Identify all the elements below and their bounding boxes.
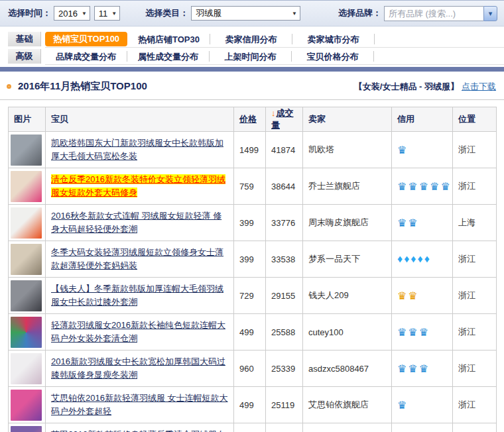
seller-cell: 周末嗨皮旗舰店 (303, 205, 392, 241)
product-title-link[interactable]: 凯欧塔韩国东大门新款羽绒服女中长款韩版加厚大毛领大码宽松冬装 (51, 138, 223, 161)
credit-cell: ♦♦♦♦♦ (392, 241, 453, 278)
location-cell: 浙江 (453, 314, 497, 351)
product-thumbnail[interactable] (11, 280, 42, 311)
product-thumbnail[interactable] (11, 317, 42, 348)
page-title: 2016年11月热销宝贝TOP100 (18, 80, 354, 93)
gold-crown-icon: ♛♛ (397, 290, 419, 301)
sort-link-2[interactable]: 价格 (239, 114, 257, 124)
year-select[interactable]: 2016 ▼ (54, 6, 90, 21)
advanced-tab-row: 高级 品牌成交量分布属性成交量分布上架时间分布宝贝价格分布 (8, 48, 504, 65)
title-cell: 清仓反季2016新款冬装特价女装立领轻薄羽绒服女短款外套大码修身 (46, 168, 234, 205)
table-row: 苒田2016新款韩版修身轻薄反季清仓羽绒服女短款连♛♛ (9, 423, 497, 432)
tab-advanced-0[interactable]: 品牌成交量分布 (45, 51, 127, 62)
price-cell: 759 (234, 168, 266, 205)
tab-group-basic[interactable]: 基础 (8, 32, 41, 46)
title-cell: 苒田2016新款韩版修身轻薄反季清仓羽绒服女短款连 (46, 423, 234, 432)
product-thumbnail[interactable] (11, 353, 42, 384)
price-cell: 399 (234, 205, 266, 241)
table-row: 艾思铂依2016新款轻薄羽绒服 女士连帽短款大码户外外套超轻49925119艾思… (9, 387, 497, 423)
brand-search-input[interactable] (384, 6, 483, 21)
price-cell (234, 423, 266, 432)
thumbnail-cell (9, 387, 46, 423)
product-thumbnail[interactable] (11, 135, 42, 166)
title-cell: 凯欧塔韩国东大门新款羽绒服女中长款韩版加厚大毛领大码宽松冬装 (46, 132, 234, 168)
thumbnail-cell (9, 205, 46, 241)
product-title-link[interactable]: 冬季大码女装轻薄羽绒服短款立领修身女士薄款超薄轻便外套妈妈装 (51, 247, 223, 270)
seller-cell: cutey100 (303, 314, 392, 351)
product-thumbnail[interactable] (11, 426, 42, 432)
tab-advanced-2[interactable]: 上架时间分布 (210, 51, 292, 62)
tab-advanced-1[interactable]: 属性成交量分布 (127, 51, 210, 62)
tab-advanced-3[interactable]: 宝贝价格分布 (292, 51, 374, 62)
table-row: 轻薄款羽绒服女2016新款长袖纯色短款连帽大码户外女装外套清仓潮49925588… (9, 314, 497, 351)
section-header: 2016年11月热销宝贝TOP100 【女装/女士精品 - 羽绒服】 点击下载 (0, 72, 504, 100)
seller-cell: 艾思铂依旗舰店 (303, 387, 392, 423)
month-select-value: 11 (99, 9, 108, 19)
product-thumbnail[interactable] (11, 244, 42, 275)
category-breadcrumb: 【女装/女士精品 - 羽绒服】 (354, 81, 459, 93)
seller-cell: 梦系一品天下 (303, 241, 392, 278)
product-title-link[interactable]: 2016秋冬新款女式连帽 羽绒服女短款轻薄 修身大码超轻轻便外套潮 (51, 211, 221, 234)
thumbnail-cell (9, 314, 46, 351)
table-row: 凯欧塔韩国东大门新款羽绒服女中长款韩版加厚大毛领大码宽松冬装149941874凯… (9, 132, 497, 168)
thumbnail-cell (9, 423, 46, 432)
chevron-down-icon: ▾ (489, 10, 493, 17)
title-cell: 轻薄款羽绒服女2016新款长袖纯色短款连帽大码户外女装外套清仓潮 (46, 314, 234, 351)
tab-basic-2[interactable]: 卖家信用分布 (210, 34, 292, 44)
brand-dropdown-button[interactable]: ▾ (483, 6, 497, 21)
product-thumbnail[interactable] (11, 207, 42, 239)
product-title-link[interactable]: 艾思铂依2016新款轻薄羽绒服 女士连帽短款大码户外外套超轻 (51, 393, 228, 416)
table-row: 【钱夫人】冬季新款韩版加厚连帽大毛领羽绒服女中长款过膝外套潮72929155钱夫… (9, 278, 497, 314)
column-header-3: ↓成交量 (266, 107, 303, 132)
column-header-0: 图片 (9, 107, 46, 132)
volume-cell: 38644 (266, 168, 303, 205)
volume-cell: 29155 (266, 278, 303, 314)
product-title-link[interactable]: 苒田2016新款韩版修身轻薄反季清仓羽绒服女短款连 (51, 429, 225, 432)
product-title-link[interactable]: 清仓反季2016新款冬装特价女装立领轻薄羽绒服女短款外套大码修身 (51, 174, 225, 197)
tab-basic-0[interactable]: 热销宝贝TOP100 (45, 32, 127, 46)
tab-group-advanced[interactable]: 高级 (8, 49, 41, 64)
product-thumbnail[interactable] (11, 171, 42, 202)
seller-cell: 乔士兰旗舰店 (303, 168, 392, 205)
volume-cell: 25119 (266, 387, 303, 423)
month-select[interactable]: 11 ▼ (94, 6, 120, 21)
product-title-link[interactable]: 轻薄款羽绒服女2016新款长袖纯色短款连帽大码户外女装外套清仓潮 (51, 320, 225, 343)
price-cell: 499 (234, 387, 266, 423)
filter-bar: 选择时间： 2016 ▼ 11 ▼ 选择类目： 羽绒服 ▼ 选择品牌： ▾ (0, 0, 504, 27)
credit-cell: ♛ (392, 387, 453, 423)
credit-cell: ♛♛ (392, 205, 453, 241)
category-select[interactable]: 羽绒服 ▼ (191, 6, 300, 21)
year-select-value: 2016 (58, 9, 78, 19)
location-cell: 浙江 (453, 351, 497, 387)
tab-navigation: 基础 热销宝贝TOP100热销店铺TOP30卖家信用分布卖家城市分布 高级 品牌… (0, 27, 504, 65)
brand-combobox: ▾ (384, 6, 497, 21)
sort-desc-icon: ↓ (271, 108, 276, 118)
column-header-2: 价格 (234, 107, 266, 132)
bullet-icon (7, 84, 11, 89)
product-title-link[interactable]: 【钱夫人】冬季新款韩版加厚连帽大毛领羽绒服女中长款过膝外套潮 (51, 284, 223, 307)
category-filter-label: 选择类目： (145, 7, 188, 19)
download-link[interactable]: 点击下载 (462, 81, 496, 93)
tab-basic-1[interactable]: 热销店铺TOP30 (128, 34, 210, 44)
credit-cell: ♛♛ (392, 278, 453, 314)
location-cell: 浙江 (453, 168, 497, 205)
blue-crown-icon: ♛♛♛ (397, 363, 430, 374)
thumbnail-cell (9, 241, 46, 278)
seller-cell: 钱夫人209 (303, 278, 392, 314)
product-title-link[interactable]: 2016新款羽绒服女中长款宽松加厚韩国大码过膝韩版修身显瘦冬装潮 (51, 356, 225, 380)
product-thumbnail[interactable] (11, 390, 42, 421)
thumbnail-cell (9, 168, 46, 205)
title-cell: 2016秋冬新款女式连帽 羽绒服女短款轻薄 修身大码超轻轻便外套潮 (46, 205, 234, 241)
price-cell: 960 (234, 351, 266, 387)
title-cell: 艾思铂依2016新款轻薄羽绒服 女士连帽短款大码户外外套超轻 (46, 387, 234, 423)
column-header-6: 位置 (453, 107, 497, 132)
volume-cell: 33776 (266, 205, 303, 241)
blue-crown-icon: ♛♛♛ (397, 327, 430, 338)
tab-basic-3[interactable]: 卖家城市分布 (292, 34, 375, 44)
location-cell: 浙江 (453, 241, 497, 278)
blue-crown-icon: ♛♛ (397, 217, 419, 229)
table-row: 2016秋冬新款女式连帽 羽绒服女短款轻薄 修身大码超轻轻便外套潮3993377… (9, 205, 497, 241)
volume-cell: 25588 (266, 314, 303, 351)
thumbnail-cell (9, 351, 46, 387)
credit-cell: ♛♛♛ (392, 351, 453, 387)
